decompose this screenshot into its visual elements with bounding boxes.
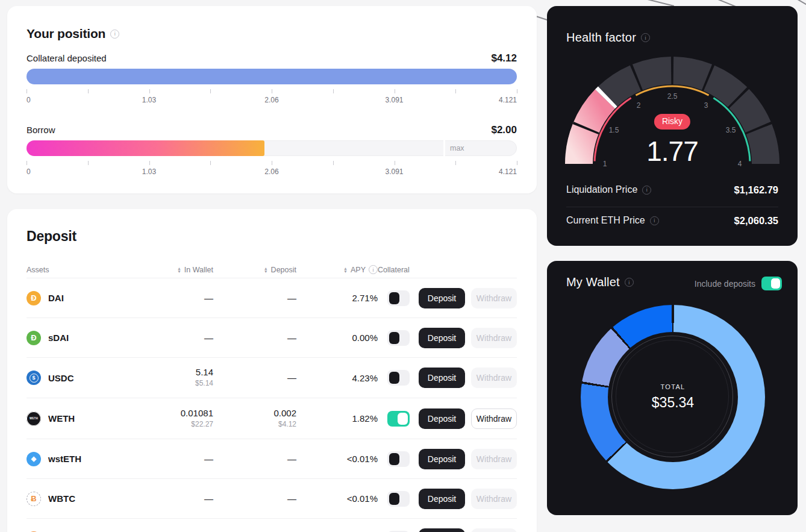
deposit-button[interactable]: Deposit	[419, 449, 465, 469]
deposit-button[interactable]: Deposit	[419, 288, 465, 308]
your-position-title: Your position	[27, 27, 105, 41]
deposit-usd: $4.12	[278, 419, 296, 430]
info-icon[interactable]: i	[110, 30, 119, 39]
info-icon[interactable]: i	[642, 186, 651, 195]
deposit-value: —	[287, 372, 296, 383]
in-wallet-value: —	[204, 333, 213, 343]
info-icon[interactable]: i	[641, 33, 650, 42]
collateral-toggle[interactable]	[387, 370, 410, 386]
asset-name: DAI	[48, 293, 64, 303]
background-line	[640, 0, 675, 6]
apy-value: 2.71%	[352, 293, 378, 303]
apy-value: 1.82%	[352, 413, 378, 424]
asset-name: WBTC	[48, 493, 75, 504]
withdraw-button[interactable]: Withdraw	[471, 288, 517, 308]
deposit-value: 0.002	[273, 408, 296, 419]
divider	[566, 207, 778, 207]
gauge-tick-label: 1	[603, 160, 607, 168]
gauge-tick-label: 1.5	[609, 126, 619, 134]
health-factor-card: Health factor i 11.522.533.54 Risky 1.77…	[547, 6, 798, 246]
apy-value: 4.23%	[352, 373, 378, 383]
in-wallet-value: —	[204, 493, 213, 504]
apy-value: <0.01%	[347, 493, 378, 504]
gauge-tick-label: 4	[738, 160, 742, 168]
in-wallet-usd: $5.14	[195, 378, 213, 389]
collateral-toggle[interactable]	[387, 290, 410, 306]
axis-tick-label: 3.091	[385, 96, 403, 104]
sort-icon[interactable]: ▲▼	[177, 267, 181, 273]
info-icon[interactable]: i	[650, 216, 659, 225]
health-factor-value: 1.77	[612, 135, 733, 167]
axis-tick-label: 0	[27, 167, 31, 176]
collateral-toggle[interactable]	[387, 411, 410, 427]
current-eth-price-label: Current ETH Price	[566, 215, 645, 226]
withdraw-button[interactable]: Withdraw	[471, 449, 517, 469]
weth-token-icon: WETH	[27, 412, 41, 426]
withdraw-button[interactable]: Withdraw	[471, 368, 517, 388]
sdai-token-icon: Đ	[27, 331, 41, 345]
collateral-bar[interactable]	[27, 69, 517, 84]
withdraw-button[interactable]	[471, 528, 517, 532]
in-wallet-value: 0.01081	[181, 408, 213, 419]
axis-tick	[517, 89, 517, 93]
deposit-button[interactable]: Deposit	[419, 328, 465, 348]
collateral-toggle[interactable]	[387, 330, 410, 346]
collateral-toggle[interactable]	[387, 451, 410, 467]
table-header: Assets ▲▼ In Wallet ▲▼ Deposit ▲▼ APY i …	[27, 265, 517, 278]
deposit-value: —	[287, 333, 296, 343]
table-row: WETH WETH 0.01081 $22.27 0.002 $4.12 1.8…	[27, 398, 517, 439]
collateral-toggle[interactable]	[387, 491, 410, 507]
sort-icon[interactable]: ▲▼	[264, 267, 268, 273]
borrow-axis: 0 1.03 2.06 3.091 4.121	[27, 161, 517, 178]
table-row: $ USDC 5.14 $5.14 — 4.23% Deposit Withdr…	[27, 358, 517, 398]
dai-token-icon: Đ	[27, 291, 41, 305]
column-header-apy[interactable]: ▲▼ APY i	[343, 265, 378, 274]
background-line	[793, 0, 806, 7]
deposit-button[interactable]	[419, 528, 465, 532]
include-deposits-toggle[interactable]	[761, 277, 782, 290]
borrow-bar-fill	[27, 140, 264, 156]
liquidation-price-row: Liquidation Price i $1,162.79	[566, 181, 778, 198]
withdraw-button[interactable]: Withdraw	[471, 408, 517, 429]
borrow-label: Borrow	[27, 125, 55, 135]
table-row: Đ DAI — — 2.71% Deposit Withdraw	[27, 278, 517, 318]
my-wallet-title: My Wallet	[566, 275, 620, 289]
deposit-value: —	[287, 493, 296, 504]
sort-icon[interactable]: ▲▼	[343, 267, 348, 273]
axis-tick	[333, 161, 334, 165]
in-wallet-usd: $22.27	[191, 419, 213, 430]
column-header-assets: Assets	[27, 266, 147, 274]
axis-tick-label: 3.091	[385, 167, 403, 176]
deposit-value: —	[287, 293, 296, 304]
risk-status-badge: Risky	[654, 114, 690, 130]
axis-tick	[88, 89, 89, 93]
my-wallet-card: My Wallet i Include deposits TOTAL $35.3…	[547, 261, 798, 515]
axis-tick-label: 1.03	[142, 167, 156, 176]
borrow-bar[interactable]: max	[27, 140, 517, 156]
collateral-value: $4.12	[491, 52, 517, 64]
axis-tick	[517, 161, 517, 165]
collateral-axis: 0 1.03 2.06 3.091 4.121	[27, 89, 517, 106]
column-header-deposit[interactable]: ▲▼ Deposit	[264, 266, 296, 274]
in-wallet-value: —	[204, 454, 213, 465]
column-header-in-wallet[interactable]: ▲▼ In Wallet	[177, 266, 213, 274]
gauge-tick-label: 3.5	[726, 126, 736, 134]
usdc-token-icon: $	[27, 371, 41, 385]
collateral-bar-fill	[27, 69, 517, 84]
deposit-button[interactable]: Deposit	[419, 408, 465, 429]
withdraw-button[interactable]: Withdraw	[471, 489, 517, 509]
axis-tick	[455, 89, 456, 93]
axis-tick-label: 2.06	[264, 167, 278, 176]
axis-tick	[149, 161, 150, 165]
withdraw-button[interactable]: Withdraw	[471, 328, 517, 348]
deposit-button[interactable]: Deposit	[419, 489, 465, 509]
info-icon[interactable]: i	[625, 278, 634, 287]
asset-name: wstETH	[48, 454, 81, 464]
deposit-button[interactable]: Deposit	[419, 368, 465, 388]
asset-name: WETH	[48, 413, 75, 424]
axis-tick	[272, 89, 272, 93]
axis-tick	[149, 89, 150, 93]
table-row	[27, 519, 517, 532]
info-icon[interactable]: i	[369, 265, 378, 274]
axis-tick	[27, 89, 27, 93]
